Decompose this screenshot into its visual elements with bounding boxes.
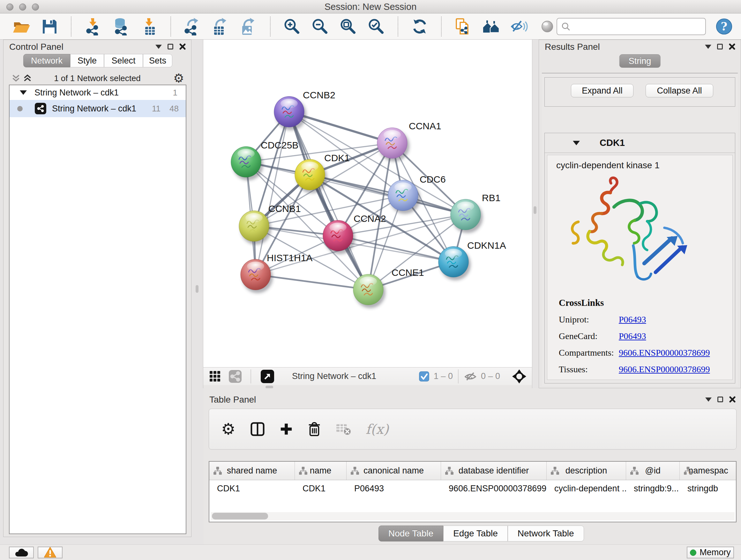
column-header-name[interactable]: name <box>295 462 347 480</box>
tab-select[interactable]: Select <box>104 54 143 67</box>
crosslink-link[interactable]: 9606.ENSP00000378699 <box>619 364 710 374</box>
tab-string[interactable]: String <box>619 54 661 68</box>
network-node-CDC25B[interactable] <box>231 146 263 180</box>
results-panel-float-icon[interactable] <box>717 44 723 50</box>
collection-expand-icon[interactable] <box>20 90 27 95</box>
column-header-database-identifier[interactable]: database identifier <box>441 462 547 480</box>
network-options-gear-icon[interactable]: ⚙ <box>173 72 184 84</box>
crosslink-link[interactable]: P06493 <box>619 314 646 325</box>
network-canvas[interactable]: CCNB2CCNA1CDC25BCDK1CDC6RB1CCNB1CCNA2CDK… <box>203 40 532 367</box>
gene-section-header[interactable]: CDK1 <box>545 133 735 153</box>
column-header-description[interactable]: description <box>547 462 626 480</box>
cloud-status-button[interactable] <box>9 547 34 558</box>
network-node-CDKN1A[interactable] <box>439 246 471 280</box>
toolbar-separator <box>398 17 398 37</box>
column-header--id[interactable]: @id <box>626 462 680 480</box>
function-builder-icon[interactable]: f(x) <box>366 422 389 437</box>
gene-collapse-icon[interactable] <box>573 141 580 145</box>
left-splitter-handle[interactable] <box>196 285 199 293</box>
collapse-all-button[interactable]: Collapse All <box>646 84 713 98</box>
crosslink-link[interactable]: 9606.ENSP00000378699 <box>619 348 710 358</box>
node-label-CCNA2: CCNA2 <box>354 213 386 224</box>
zoom-in-icon[interactable] <box>283 17 301 36</box>
table-cell[interactable]: P06493 <box>347 484 441 494</box>
column-header-namespac[interactable]: namespac <box>680 462 737 480</box>
export-network-icon[interactable] <box>183 17 202 36</box>
column-header-canonical-name[interactable]: canonical name <box>347 462 441 480</box>
table-panel-collapse-icon[interactable] <box>705 397 712 401</box>
network-node-CCNB2[interactable] <box>274 97 307 130</box>
selected-checkbox-icon[interactable] <box>419 371 429 381</box>
table-cell[interactable]: CDK1 <box>295 484 347 494</box>
table-cell[interactable]: CDK1 <box>209 484 295 494</box>
right-splitter-handle[interactable] <box>534 206 536 214</box>
zoom-fit-icon[interactable] <box>339 17 357 36</box>
network-edge[interactable] <box>256 112 289 274</box>
import-network-icon[interactable] <box>84 17 102 36</box>
network-node-RB1[interactable] <box>451 199 483 233</box>
zoom-out-icon[interactable] <box>311 17 329 36</box>
hidden-eye-icon[interactable] <box>464 371 477 382</box>
column-header-shared-name[interactable]: shared name <box>209 462 295 480</box>
tab-edge-table[interactable]: Edge Table <box>443 525 508 542</box>
delete-table-icon[interactable] <box>336 423 351 435</box>
zoom-selected-icon[interactable] <box>367 17 386 36</box>
export-image-icon[interactable] <box>239 17 258 36</box>
network-node-HIST1H1A[interactable] <box>241 259 273 293</box>
tab-sets[interactable]: Sets <box>143 54 172 67</box>
refresh-icon[interactable] <box>410 17 429 36</box>
memory-button[interactable]: Memory <box>687 547 734 558</box>
tab-node-table[interactable]: Node Table <box>379 525 443 542</box>
scrollbar-thumb[interactable] <box>212 513 268 519</box>
hidden-count-badge: 0 – 0 <box>481 371 500 381</box>
table-panel-close-icon[interactable] <box>729 396 736 403</box>
expand-all-button[interactable]: Expand All <box>571 84 633 98</box>
results-panel-collapse-icon[interactable] <box>705 45 711 49</box>
grid-view-icon[interactable] <box>210 371 220 382</box>
import-database-icon[interactable] <box>112 17 130 36</box>
control-panel-collapse-icon[interactable] <box>155 45 162 49</box>
table-settings-gear-icon[interactable]: ⚙ <box>221 421 235 437</box>
table-panel-float-icon[interactable] <box>718 396 723 402</box>
control-panel-close-icon[interactable] <box>179 43 186 50</box>
tab-network-table[interactable]: Network Table <box>508 525 584 542</box>
network-collection-row[interactable]: String Network – cdk1 1 <box>10 85 186 100</box>
delete-column-trash-icon[interactable] <box>308 422 321 437</box>
clone-network-icon[interactable] <box>454 17 472 36</box>
search-input[interactable] <box>570 19 705 34</box>
hide-graphics-icon[interactable] <box>510 17 529 36</box>
network-node-CDK1[interactable] <box>295 159 327 193</box>
table-cell[interactable]: cyclin-dependent ... <box>547 484 626 494</box>
help-button[interactable]: ? <box>716 18 733 35</box>
search-box[interactable] <box>556 18 706 35</box>
warnings-button[interactable] <box>38 547 63 558</box>
open-session-icon[interactable] <box>12 17 30 36</box>
tab-network[interactable]: Network <box>23 54 70 67</box>
crosslink-label: Uniprot: <box>559 314 619 325</box>
fit-selected-crosshair-icon[interactable] <box>512 369 526 383</box>
export-table-icon[interactable] <box>211 17 230 36</box>
network-share-icon[interactable] <box>229 370 242 383</box>
table-cell[interactable]: stringdb <box>680 484 737 494</box>
detail-sphere-icon[interactable] <box>538 17 556 36</box>
import-table-icon[interactable] <box>140 17 158 36</box>
network-node-CCNA1[interactable] <box>377 128 409 162</box>
memory-label: Memory <box>699 548 731 557</box>
table-horizontal-scrollbar[interactable] <box>211 512 735 520</box>
network-node-CCNA2[interactable] <box>323 220 355 254</box>
tab-style[interactable]: Style <box>70 54 104 67</box>
table-row[interactable]: CDK1CDK1P064939606.ENSP00000378699cyclin… <box>209 480 736 497</box>
save-session-icon[interactable] <box>40 17 59 36</box>
node-label-CCNB2: CCNB2 <box>303 90 335 100</box>
control-panel-float-icon[interactable] <box>167 44 173 50</box>
table-cell[interactable]: 9606.ENSP00000378699 <box>441 484 547 494</box>
birds-eye-view-icon[interactable] <box>261 370 274 383</box>
table-cell[interactable]: stringdb:9... <box>626 484 680 494</box>
add-column-icon[interactable] <box>280 422 293 436</box>
horizontal-splitter[interactable] <box>203 385 532 388</box>
show-columns-icon[interactable] <box>250 422 265 436</box>
crosslink-link[interactable]: P06493 <box>619 331 646 341</box>
browser-home-icon[interactable] <box>482 17 500 36</box>
results-panel-close-icon[interactable] <box>729 43 736 50</box>
network-row-selected[interactable]: String Network – cdk1 11 48 <box>10 100 186 117</box>
